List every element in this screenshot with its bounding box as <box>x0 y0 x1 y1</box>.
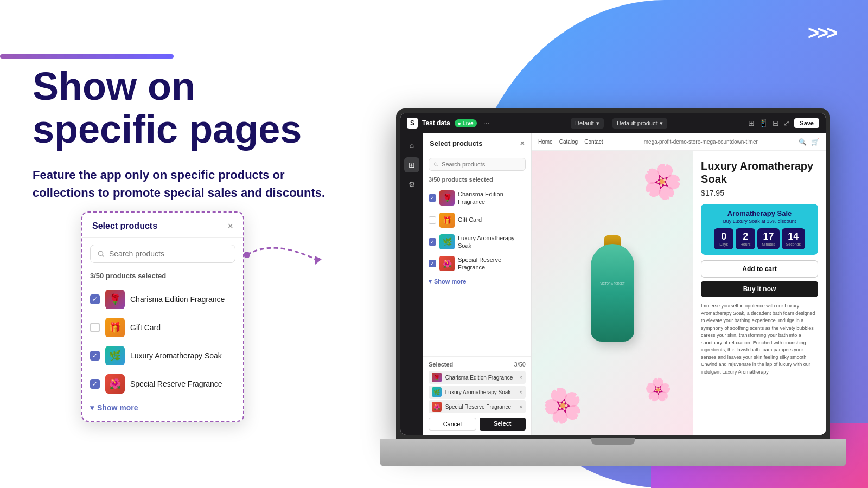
selected-label: Selected <box>429 361 453 368</box>
left-content: Show on specific pages Feature the app o… <box>33 65 336 229</box>
panel-search-field[interactable] <box>429 158 526 171</box>
timer-days-label: Days <box>718 242 729 246</box>
flower-decoration-3: 🌸 <box>644 377 672 402</box>
topbar-save-btn[interactable]: Save <box>794 118 819 128</box>
topbar-share-icon[interactable]: ⊟ <box>773 119 779 127</box>
shopify-logo: S <box>407 118 418 129</box>
panel-actions: Cancel Select <box>429 418 526 431</box>
panel-show-more-btn[interactable]: ▾ Show more <box>423 275 531 288</box>
panel-product-count: 3/50 products selected <box>423 175 531 187</box>
topbar-fullscreen-icon[interactable]: ⤢ <box>783 119 790 127</box>
timer-hours-label: Hours <box>740 242 751 246</box>
store-name: Test data <box>422 119 450 127</box>
panel-title: Select products <box>430 139 483 147</box>
panel-header: Select products × <box>423 133 531 153</box>
flower-decoration-1: 🌸 <box>537 380 589 429</box>
shopify-admin: S Test data ● Live ··· Default ▾ Default… <box>400 113 826 435</box>
nav-link-home[interactable]: Home <box>538 139 553 145</box>
selected-tag-fragrance: 🌹 Charisma Edition Fragrance × <box>429 371 526 384</box>
product-info-area: Luxury Aromatherapy Soak $17.95 Aromathe… <box>693 151 826 435</box>
modal-title: Select products <box>92 221 157 231</box>
tag-label-reserve: Special Reserve Fragrance <box>445 404 511 410</box>
checkbox-reserve[interactable]: ✓ <box>90 379 100 389</box>
panel-label-giftcard: Gift Card <box>458 216 482 223</box>
selected-tag-reserve: 🌺 Special Reserve Fragrance × <box>429 400 526 413</box>
buy-now-button[interactable]: Buy it now <box>701 281 818 297</box>
timer-minutes-label: Minutes <box>762 242 775 246</box>
theme1-label: Default <box>575 120 594 126</box>
timer-minutes-block: 17 Minutes <box>757 228 780 249</box>
timer-minutes-value: 17 <box>762 232 775 241</box>
panel-checkbox-fragrance[interactable]: ✓ <box>429 194 436 202</box>
modal-show-more-btn[interactable]: ▾ Show more <box>82 398 243 421</box>
timer-seconds-block: 14 Seconds <box>782 228 805 249</box>
laptop-screen: S Test data ● Live ··· Default ▾ Default… <box>400 113 826 435</box>
dotted-arrow-decoration <box>241 233 328 277</box>
product-price: $17.95 <box>701 189 818 197</box>
svg-point-3 <box>244 252 250 258</box>
panel-checkbox-giftcard[interactable] <box>429 216 436 224</box>
panel-item-fragrance: ✓ 🌹 Charisma Edition Fragrance <box>423 187 531 209</box>
nav-link-catalog[interactable]: Catalog <box>559 139 578 145</box>
theme-selector-2[interactable]: Default product ▾ <box>612 118 667 129</box>
selected-count: 3/50 <box>514 361 526 368</box>
panel-search-input[interactable] <box>442 161 521 168</box>
modal-search-input[interactable] <box>109 249 228 258</box>
topbar-settings-icon[interactable]: ⊞ <box>748 119 755 127</box>
modal-close-btn[interactable]: × <box>227 221 233 231</box>
timer-days-block: 0 Days <box>714 228 733 249</box>
admin-topbar: S Test data ● Live ··· Default ▾ Default… <box>400 113 826 133</box>
checkbox-giftcard[interactable] <box>90 323 100 332</box>
panel-selected-section: Selected 3/50 🌹 Charisma Edition Fragran… <box>423 356 531 435</box>
cart-nav-icon[interactable]: 🛒 <box>811 138 819 146</box>
bottle-shape: VICTORIA PERCET <box>591 244 634 342</box>
search-nav-icon[interactable]: 🔍 <box>799 138 807 146</box>
sidebar-icon-home[interactable]: ⌂ <box>404 138 419 153</box>
nav-link-contact[interactable]: Contact <box>584 139 603 145</box>
panel-checkbox-reserve[interactable]: ✓ <box>429 260 436 267</box>
panel-thumb-giftcard: 🎁 <box>439 213 455 228</box>
select-button[interactable]: Select <box>480 418 526 431</box>
topbar-more-icon[interactable]: ··· <box>483 119 490 127</box>
countdown-title: Aromatherapy Sale <box>707 209 812 217</box>
timer-hours-block: 2 Hours <box>736 228 755 249</box>
svg-line-1 <box>103 255 104 257</box>
nav-right-icons: 🔍 🛒 <box>799 138 819 146</box>
chevron-icon-1: ▾ <box>596 120 599 127</box>
sidebar-icon-settings[interactable]: ⚙ <box>404 177 419 192</box>
panel-close-btn[interactable]: × <box>520 139 525 147</box>
admin-main-preview: Home Catalog Contact mega-profit-demo-st… <box>532 133 826 435</box>
tag-remove-reserve[interactable]: × <box>519 404 522 410</box>
chevron-down-icon-panel: ▾ <box>429 278 432 285</box>
checkbox-soak[interactable]: ✓ <box>90 351 100 361</box>
tag-remove-fragrance[interactable]: × <box>519 375 522 381</box>
theme-selector-1[interactable]: Default ▾ <box>571 118 604 129</box>
sidebar-icon-editor[interactable]: ⊞ <box>404 157 419 172</box>
tag-thumb-reserve: 🌺 <box>432 402 442 412</box>
tag-thumb-soak: 🌿 <box>432 387 442 397</box>
modal-item-label-fragrance: Charisma Edition Fragrance <box>130 295 225 304</box>
modal-search-field[interactable] <box>90 245 235 263</box>
modal-item-reserve: ✓ 🌺 Special Reserve Fragrance <box>82 370 243 398</box>
laptop-notch <box>591 438 635 445</box>
tag-remove-soak[interactable]: × <box>519 389 522 395</box>
flower-decoration-2: 🌸 <box>637 157 687 205</box>
timer-days-value: 0 <box>718 232 729 241</box>
thumb-fragrance: 🌹 <box>105 290 125 309</box>
preview-nav: Home Catalog Contact mega-profit-demo-st… <box>532 133 826 151</box>
modal-item-giftcard: 🎁 Gift Card <box>82 313 243 342</box>
product-name: Luxury Aromatherapy Soak <box>701 159 818 185</box>
add-to-cart-button[interactable]: Add to cart <box>701 260 818 278</box>
floating-product-modal: Select products × 3/50 products selected… <box>81 211 244 422</box>
cancel-button[interactable]: Cancel <box>429 418 476 431</box>
sub-heading: Feature the app only on specific product… <box>33 166 336 202</box>
panel-checkbox-soak[interactable]: ✓ <box>429 238 436 246</box>
panel-label-reserve: Special Reserve Fragrance <box>458 256 526 272</box>
panel-item-soak: ✓ 🌿 Luxury Aromatherapy Soak <box>423 231 531 253</box>
admin-panel: Select products × 3/50 products selected… <box>423 133 532 435</box>
topbar-device-icon[interactable]: 📱 <box>759 119 768 127</box>
topbar-right: ⊞ 📱 ⊟ ⤢ Save <box>748 118 819 128</box>
store-domain: mega-profit-demo-store-mega-countdown-ti… <box>644 139 758 145</box>
modal-item-fragrance: ✓ 🌹 Charisma Edition Fragrance <box>82 285 243 313</box>
checkbox-fragrance[interactable]: ✓ <box>90 294 100 304</box>
